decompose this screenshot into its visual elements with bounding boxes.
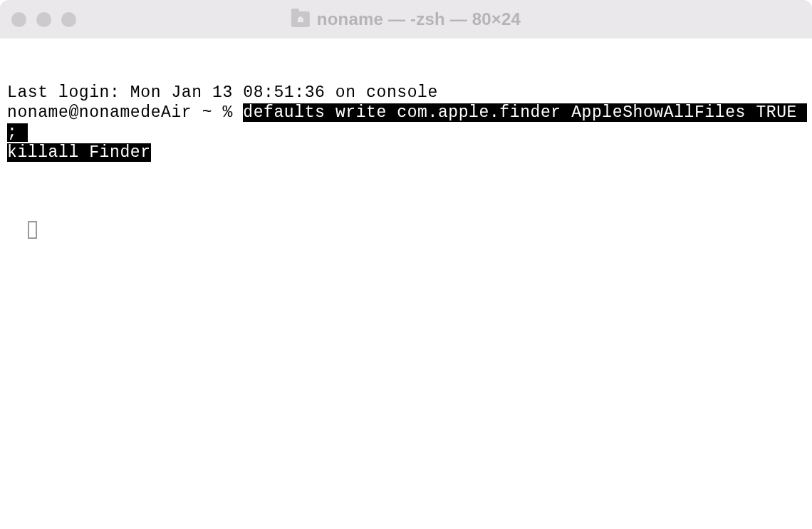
selected-command-segment-2[interactable]: killall Finder (7, 143, 151, 162)
fullscreen-window-button[interactable] (61, 12, 76, 27)
window-titlebar[interactable]: noname — -zsh — 80×24 (0, 0, 812, 38)
last-login-line: Last login: Mon Jan 13 08:51:36 on conso… (7, 83, 805, 103)
folder-icon (291, 11, 310, 27)
close-window-button[interactable] (11, 12, 26, 27)
shell-prompt: noname@nonamedeAir ~ % (7, 103, 243, 122)
terminal-content[interactable]: Last login: Mon Jan 13 08:51:36 on conso… (0, 38, 812, 243)
terminal-cursor (28, 221, 37, 239)
window-title-group: noname — -zsh — 80×24 (291, 9, 521, 29)
traffic-lights (11, 12, 76, 27)
window-title-text: noname — -zsh — 80×24 (317, 9, 521, 29)
minimize-window-button[interactable] (36, 12, 51, 27)
